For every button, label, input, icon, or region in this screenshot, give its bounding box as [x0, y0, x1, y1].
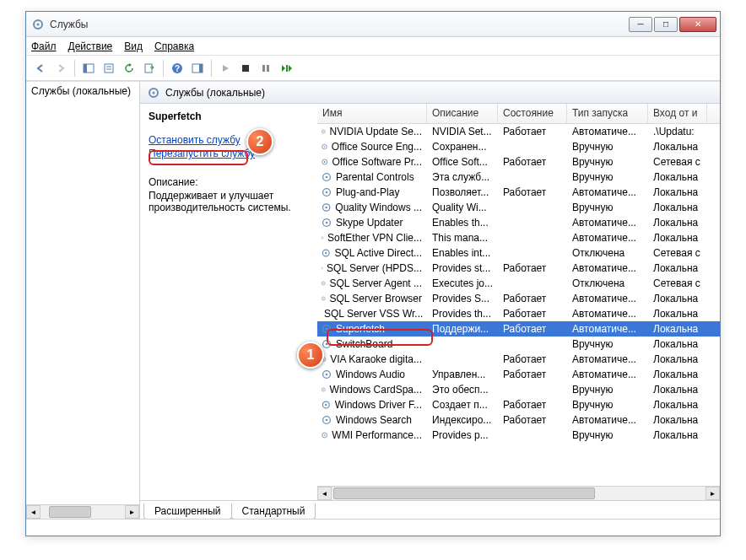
service-row[interactable]: Quality Windows ...Quality Wi...ВручнуюЛ…	[317, 200, 720, 215]
restart-service-button[interactable]	[277, 59, 295, 78]
menu-action[interactable]: Действие	[68, 40, 113, 52]
svg-point-37	[322, 268, 322, 269]
description-label: Описание:	[149, 176, 309, 188]
service-icon	[321, 186, 332, 198]
svg-point-39	[323, 283, 324, 283]
annotation-box-superfetch-row	[327, 329, 433, 346]
view-tabs: Расширенный Стандартный	[140, 500, 720, 519]
svg-point-53	[323, 389, 324, 390]
tree-item-services-local[interactable]: Службы (локальные)	[26, 82, 139, 100]
service-icon	[321, 171, 332, 183]
svg-rect-7	[145, 64, 152, 73]
properties-button[interactable]	[100, 59, 118, 78]
services-icon	[31, 18, 45, 31]
minimize-button[interactable]: ─	[629, 17, 652, 32]
svg-point-19	[323, 131, 324, 132]
service-row[interactable]: Windows AudioУправлен...РаботаетАвтомати…	[317, 367, 720, 382]
forward-button[interactable]	[51, 59, 70, 78]
service-row[interactable]: VIA Karaoke digita...РаботаетАвтоматиче.…	[317, 352, 720, 367]
menu-help[interactable]: Справка	[154, 40, 194, 52]
svg-point-57	[326, 419, 328, 422]
stop-service-link[interactable]: Остановить службу	[149, 134, 309, 146]
maximize-button[interactable]: □	[654, 17, 678, 32]
close-button[interactable]: ✕	[679, 17, 716, 32]
service-icon	[321, 399, 332, 411]
svg-text:?: ?	[175, 64, 180, 73]
service-row[interactable]: WMI Performance...Provides p...ВручнуюЛо…	[317, 428, 720, 443]
svg-rect-11	[199, 64, 203, 73]
menu-file[interactable]: Файл	[31, 40, 57, 52]
service-row[interactable]: Windows CardSpa...Это обесп...ВручнуюЛок…	[317, 382, 720, 397]
service-icon	[321, 414, 332, 426]
svg-point-27	[326, 191, 328, 194]
service-row[interactable]: SQL Server (HPDS...Provides st...Работае…	[317, 261, 720, 276]
column-name[interactable]: Имя	[317, 104, 427, 123]
refresh-button[interactable]	[120, 59, 138, 78]
svg-point-59	[324, 434, 326, 436]
pause-service-button[interactable]	[257, 59, 275, 78]
service-icon	[321, 141, 328, 153]
stop-service-button[interactable]	[236, 59, 255, 78]
svg-point-55	[325, 404, 327, 406]
svg-point-23	[324, 161, 326, 163]
service-row[interactable]: SQL Active Direct...Enables int...Отключ…	[317, 245, 720, 261]
service-row[interactable]: Windows Driver F...Создает п...РаботаетВ…	[317, 397, 720, 412]
service-icon	[321, 247, 331, 259]
export-button[interactable]	[140, 59, 159, 78]
tab-extended[interactable]: Расширенный	[143, 503, 232, 519]
service-row[interactable]: Office Source Eng...Сохранен...ВручнуюЛо…	[317, 139, 720, 154]
status-bar	[26, 519, 720, 536]
svg-point-1	[37, 23, 40, 25]
column-description[interactable]: Описание	[427, 104, 498, 123]
tab-standard[interactable]: Стандартный	[231, 503, 316, 519]
service-icon	[321, 429, 328, 441]
svg-point-51	[326, 374, 328, 376]
service-icon	[321, 277, 326, 289]
column-logon[interactable]: Вход от и	[648, 104, 707, 123]
service-row[interactable]: Skype UpdaterEnables th...Автоматиче...Л…	[317, 215, 720, 230]
service-list[interactable]: NVIDIA Update Se...NVIDIA Set...Работает…	[317, 124, 720, 486]
services-icon	[147, 86, 160, 100]
service-row[interactable]: SoftEther VPN Clie...This mana...Автомат…	[317, 230, 720, 245]
back-button[interactable]	[31, 59, 50, 78]
tree-h-scrollbar[interactable]: ◄►	[26, 504, 139, 519]
toolbar: ?	[26, 56, 720, 81]
service-icon	[321, 126, 327, 137]
show-hide-tree-button[interactable]	[79, 59, 98, 78]
start-service-button[interactable]	[216, 59, 235, 78]
service-row[interactable]: Windows SearchИндексиро...РаботаетАвтома…	[317, 412, 720, 428]
menu-view[interactable]: Вид	[124, 40, 143, 52]
service-row[interactable]: Parental ControlsЭта служб...ВручнуюЛока…	[317, 170, 720, 185]
list-h-scrollbar[interactable]: ◄►	[317, 486, 720, 500]
column-startup[interactable]: Тип запуска	[567, 104, 648, 123]
column-state[interactable]: Состояние	[498, 104, 567, 123]
menu-bar: Файл Действие Вид Справка	[26, 37, 720, 56]
svg-point-35	[325, 252, 327, 254]
annotation-callout-1: 1	[297, 342, 324, 369]
svg-rect-13	[262, 65, 265, 72]
navigation-tree[interactable]: Службы (локальные) ◄►	[26, 82, 140, 519]
svg-point-17	[153, 91, 155, 94]
service-icon	[321, 202, 332, 213]
title-bar: Службы ─ □ ✕	[26, 12, 720, 37]
svg-point-31	[326, 222, 328, 224]
service-row[interactable]: NVIDIA Update Se...NVIDIA Set...Работает…	[317, 124, 720, 139]
svg-point-41	[323, 298, 324, 299]
service-row[interactable]: Plug-and-PlayПозволяет...РаботаетАвтомат…	[317, 185, 720, 200]
service-row[interactable]: SQL Server BrowserProvides S...РаботаетА…	[317, 291, 720, 306]
service-row[interactable]: SQL Server Agent ...Executes jo...Отключ…	[317, 276, 720, 291]
service-icon	[321, 384, 327, 396]
svg-rect-14	[267, 65, 269, 72]
svg-point-29	[325, 207, 327, 208]
svg-rect-3	[84, 64, 87, 73]
annotation-callout-2: 2	[246, 128, 273, 155]
service-icon	[321, 262, 323, 274]
svg-point-25	[326, 176, 328, 179]
service-icon	[321, 369, 332, 380]
help-button[interactable]: ?	[168, 59, 186, 78]
window-title: Службы	[50, 19, 627, 30]
svg-rect-15	[286, 65, 288, 72]
service-row[interactable]: Office Software Pr...Office Soft...Работ…	[317, 154, 720, 170]
service-row[interactable]: SQL Server VSS Wr...Provides th...Работа…	[317, 306, 720, 321]
action-pane-button[interactable]	[188, 59, 207, 78]
